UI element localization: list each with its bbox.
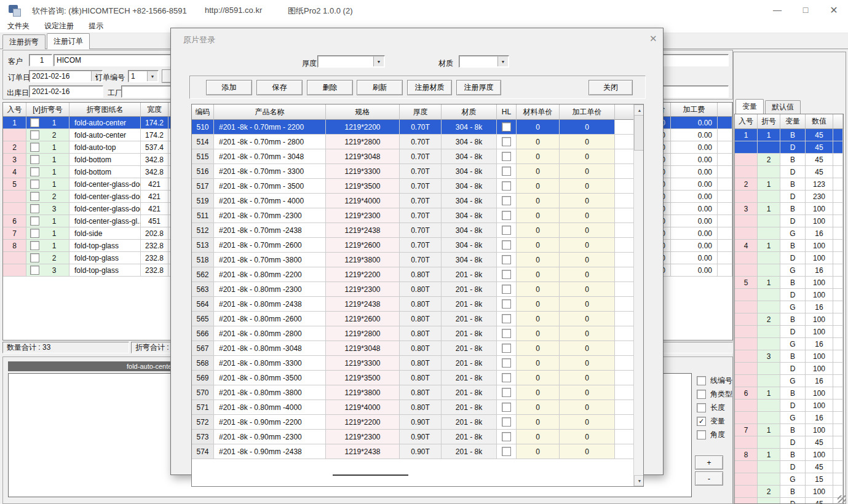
row-checkbox[interactable]	[30, 179, 39, 189]
table-row[interactable]: 41B100	[735, 240, 843, 252]
col-header[interactable]: 宽度	[141, 103, 168, 117]
row-checkbox[interactable]	[502, 122, 511, 132]
col-header[interactable]: 加工费	[671, 103, 718, 117]
row-checkbox[interactable]	[30, 155, 39, 164]
scroll-up-icon[interactable]: ▲	[634, 104, 644, 116]
dialog-resize-line[interactable]	[333, 474, 408, 476]
table-row[interactable]: 510#201 -8k - 0.70mm - 22001219*22000.70…	[192, 120, 635, 135]
col-header[interactable]: 加工单价	[560, 104, 615, 120]
table-row[interactable]: 3B100	[735, 350, 843, 363]
row-checkbox[interactable]	[30, 266, 39, 275]
row-checkbox[interactable]	[502, 299, 511, 309]
table-row[interactable]: D100	[735, 400, 843, 412]
col-header[interactable]	[718, 103, 732, 117]
row-checkbox[interactable]	[30, 229, 39, 238]
chevron-down-icon[interactable]: ▼	[497, 57, 508, 66]
table-row[interactable]: 516#201 -8k - 0.70mm - 33001219*33000.70…	[192, 164, 635, 179]
table-row[interactable]: 573#201 -8k - 0.90mm -23001219*23000.90T…	[192, 430, 635, 444]
col-header[interactable]: 入号	[735, 114, 758, 129]
tab-register-order[interactable]: 注册订单	[47, 33, 90, 49]
row-checkbox[interactable]	[502, 373, 511, 382]
row-checkbox[interactable]	[502, 314, 511, 323]
row-checkbox[interactable]	[30, 167, 39, 176]
row-checkbox[interactable]	[502, 432, 511, 441]
table-row[interactable]: G16	[735, 375, 843, 387]
col-header[interactable]: 产品名称	[214, 104, 326, 120]
row-checkbox[interactable]	[502, 285, 511, 294]
col-header[interactable]: 折号	[758, 114, 780, 129]
col-header[interactable]: 厚度	[400, 104, 442, 120]
table-row[interactable]: 567#201 -8k - 0.80mm -30481219*30480.80T…	[192, 341, 635, 356]
row-checkbox[interactable]	[502, 255, 511, 264]
table-row[interactable]: 562#201 -8k - 0.80mm -22001219*22000.80T…	[192, 267, 635, 282]
add-button[interactable]: 添加	[206, 80, 252, 95]
table-row[interactable]: D45	[735, 436, 843, 449]
zoom-in-button[interactable]: +	[695, 455, 723, 470]
table-row[interactable]: 564#201 -8k - 0.80mm -24381219*24380.80T…	[192, 297, 635, 312]
table-row[interactable]: 572#201 -8k - 0.90mm -22001219*22000.90T…	[192, 415, 635, 430]
option-checkbox[interactable]	[697, 403, 706, 412]
table-row[interactable]: G16	[735, 412, 843, 424]
table-row[interactable]: 513#201 -8k - 0.70mm -26001219*26000.70T…	[192, 238, 635, 253]
table-row[interactable]: 517#201 -8k - 0.70mm - 35001219*35000.70…	[192, 179, 635, 194]
table-row[interactable]: 2B45	[735, 154, 843, 166]
close-button[interactable]: 关闭	[588, 80, 633, 95]
ship-date-field[interactable]: 2021-02-16	[29, 85, 103, 98]
table-row[interactable]: 569#201 -8k - 0.80mm -35001219*35000.80T…	[192, 371, 635, 385]
table-row[interactable]: 563#201 -8k - 0.80mm -23001219*23000.80T…	[192, 282, 635, 297]
minimize-icon[interactable]: —	[763, 0, 791, 20]
option-checkbox[interactable]	[697, 390, 706, 399]
row-checkbox[interactable]	[502, 152, 511, 161]
table-row[interactable]: 565#201 -8k - 0.80mm -26001219*26000.80T…	[192, 312, 635, 326]
row-checkbox[interactable]	[30, 130, 39, 140]
table-row[interactable]: D100	[735, 363, 843, 375]
thickness-combobox[interactable]: ▼	[317, 55, 385, 68]
table-row[interactable]: 2B100	[735, 486, 843, 498]
table-row[interactable]: D45	[735, 498, 843, 504]
menu-folder[interactable]: 文件夹	[0, 21, 37, 31]
option-checkbox[interactable]: ✓	[697, 417, 706, 426]
table-row[interactable]: 81B100	[735, 449, 843, 461]
option-checkbox[interactable]	[697, 376, 706, 385]
row-checkbox[interactable]	[30, 241, 39, 250]
row-checkbox[interactable]	[502, 211, 511, 220]
table-row[interactable]: 515#201 -8k - 0.70mm - 30481219*30480.70…	[192, 149, 635, 164]
table-row[interactable]: D45	[735, 166, 843, 178]
row-checkbox[interactable]	[502, 388, 511, 397]
resize-grip[interactable]	[838, 495, 846, 503]
delete-button[interactable]: 删除	[307, 80, 353, 95]
menu-hint[interactable]: 提示	[81, 21, 111, 31]
save-button[interactable]: 保存	[256, 80, 303, 95]
tab-defaults[interactable]: 默认值	[765, 100, 801, 114]
row-checkbox[interactable]	[502, 417, 511, 427]
row-checkbox[interactable]	[30, 216, 39, 226]
table-row[interactable]: G16	[735, 227, 843, 240]
row-checkbox[interactable]	[30, 143, 39, 152]
material-combobox[interactable]: ▼	[459, 55, 509, 68]
col-header[interactable]: 编码	[192, 104, 214, 120]
scroll-down-icon[interactable]: ▼	[634, 475, 644, 486]
row-checkbox[interactable]	[502, 403, 511, 412]
table-row[interactable]: 11B45	[735, 129, 843, 141]
chevron-down-icon[interactable]: ▼	[147, 71, 157, 81]
option-checkbox[interactable]	[697, 430, 706, 439]
table-row[interactable]: 511#201 -8k - 0.70mm -23001219*23000.70T…	[192, 208, 635, 223]
table-row[interactable]: 571#201 -8k - 0.80mm -40001219*40000.80T…	[192, 400, 635, 415]
scrollbar-thumb[interactable]	[634, 115, 644, 151]
col-header[interactable]: 数值	[806, 114, 833, 129]
row-checkbox[interactable]	[30, 118, 39, 127]
table-row[interactable]: 518#201 -8k - 0.70mm -38001219*38000.70T…	[192, 253, 635, 267]
row-checkbox[interactable]	[502, 329, 511, 338]
row-checkbox[interactable]	[502, 167, 511, 176]
table-row[interactable]: G16	[735, 264, 843, 277]
row-checkbox[interactable]	[502, 196, 511, 205]
row-checkbox[interactable]	[502, 358, 511, 368]
table-row[interactable]: 71B100	[735, 424, 843, 436]
maximize-icon[interactable]: □	[791, 0, 820, 20]
order-no-combobox[interactable]: 1 ▼	[128, 70, 159, 82]
tab-register-bend[interactable]: 注册折弯	[2, 34, 46, 49]
row-checkbox[interactable]	[502, 226, 511, 235]
col-header[interactable]: HL	[497, 104, 517, 120]
order-date-combobox[interactable]: 2021-02-16 ▼	[29, 70, 103, 82]
table-row[interactable]: 51B100	[735, 277, 843, 289]
